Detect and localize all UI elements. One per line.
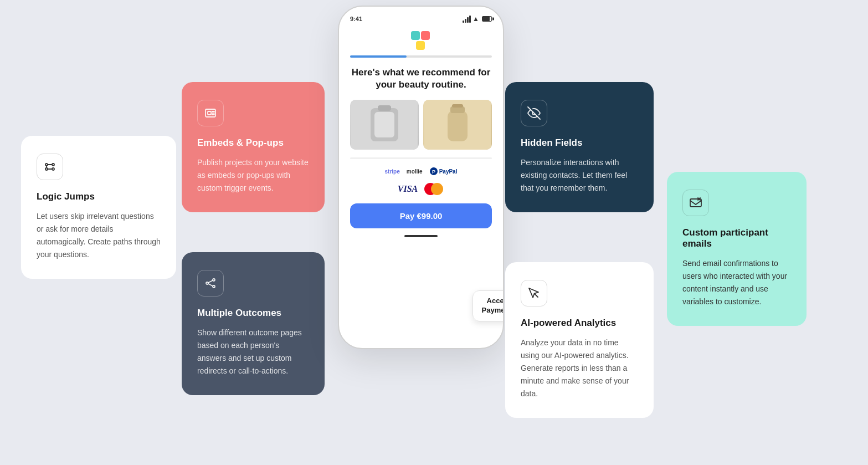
email-icon-box [682,190,709,216]
outcomes-icon-box [197,270,224,297]
pay-button[interactable]: Pay €99.00 [350,203,492,228]
phone-content: Here's what we recommend for your beauty… [339,27,503,248]
phone-notch [388,7,454,22]
mollie-logo: mollie [407,168,423,175]
accept-payments-badge: AcceptPayments [472,290,504,321]
hidden-fields-title: Hidden Fields [521,137,638,149]
svg-rect-19 [416,41,425,50]
app-logo-icon [411,31,431,51]
visa-logo: VISA [398,184,418,194]
svg-rect-27 [452,104,463,108]
branch-icon [204,277,217,290]
logic-jumps-body: Let users skip irrelevant questions or a… [37,210,161,261]
accept-payments-text: AcceptPayments [482,297,504,315]
logic-icon [43,160,57,173]
phone-home-indicator [404,235,438,237]
hidden-icon-box [521,100,547,126]
svg-rect-22 [374,112,394,137]
phone-separator [350,157,492,159]
svg-rect-25 [448,111,468,141]
paypal-text: PayPal [439,168,458,175]
svg-text:P: P [432,169,435,175]
phone-mockup: 9:41 ▲ [338,6,504,349]
embed-icon-box [197,100,224,126]
hidden-fields-body: Personalize interactions with existing c… [521,156,638,195]
product-illustration-2 [423,100,492,150]
card-embeds: Embeds & Pop-ups Publish projects on you… [182,82,325,212]
svg-rect-23 [378,105,391,111]
phone-images [350,100,492,150]
phone-shell: 9:41 ▲ [338,6,504,349]
phone-headline: Here's what we recommend for your beauty… [350,67,492,91]
battery-icon [482,16,492,22]
embeds-body: Publish projects on your website as embe… [197,156,309,195]
stripe-logo: stripe [385,168,400,175]
hidden-icon [527,106,541,120]
paypal-logo: P PayPal [429,167,458,176]
product-illustration-1 [350,100,419,150]
outcomes-body: Show different outcome pages based on ea… [197,326,309,377]
analytics-body: Analyze your data in no time using our A… [521,336,638,400]
product-image-2 [423,100,492,150]
email-icon [689,196,702,209]
svg-rect-17 [411,31,420,40]
scene: Logic Jumps Let users skip irrelevant qu… [0,0,868,465]
card-logic-jumps: Logic Jumps Let users skip irrelevant qu… [21,136,176,279]
embeds-title: Embeds & Pop-ups [197,137,309,149]
paypal-icon: P [429,167,438,176]
card-hidden-fields: Hidden Fields Personalize interactions w… [505,82,654,212]
payment-logos-row1: stripe mollie P PayPal [350,167,492,176]
analytics-icon [527,287,541,300]
analytics-title: AI-powered Analytics [521,318,638,329]
svg-line-15 [208,280,213,283]
svg-rect-18 [421,31,430,40]
svg-line-16 [208,284,213,286]
status-icons: ▲ [463,15,492,23]
card-analytics: AI-powered Analytics Analyze your data i… [505,262,654,418]
phone-progress-bar [350,55,492,58]
custom-emails-body: Send email confirmations to users who in… [682,257,791,308]
mastercard-logo [424,182,444,196]
logic-icon-box [37,154,63,180]
embed-icon [204,106,217,120]
card-custom-emails: Custom participant emails Send email con… [667,172,807,326]
phone-time: 9:41 [350,16,362,22]
phone-logo [350,31,492,51]
svg-rect-8 [208,111,211,115]
wifi-icon: ▲ [472,15,479,23]
outcomes-title: Multiple Outcomes [197,308,309,319]
signal-icon [463,16,471,23]
logic-jumps-title: Logic Jumps [37,191,161,202]
card-outcomes: Multiple Outcomes Show different outcome… [182,252,325,395]
product-image-1 [350,100,419,150]
payment-row2: VISA AcceptPayments [350,182,492,196]
analytics-icon-box [521,280,547,306]
custom-emails-title: Custom participant emails [682,227,791,249]
